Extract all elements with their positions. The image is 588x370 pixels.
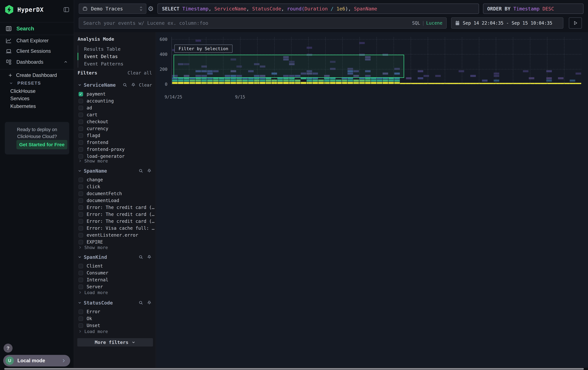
gear-icon[interactable]: ⚙ [146, 4, 155, 14]
filter-option[interactable]: Error: The credit card (… [78, 204, 154, 211]
checkbox[interactable] [79, 226, 83, 230]
checkbox[interactable] [79, 113, 83, 117]
checkbox[interactable] [79, 323, 83, 328]
filter-option[interactable]: click [78, 183, 154, 190]
filter-option[interactable]: Internal [78, 276, 154, 283]
checkbox[interactable] [79, 147, 83, 152]
checkbox[interactable] [79, 264, 83, 268]
create-dashboard-button[interactable]: Create Dashboard [0, 71, 74, 79]
checkbox[interactable] [79, 310, 83, 314]
filter-option[interactable]: frontend-proxy [78, 146, 154, 153]
more-filters-button[interactable]: More filters [77, 338, 153, 347]
analysis-mode-option[interactable]: Event Patterns [78, 60, 152, 68]
filter-option[interactable]: accounting [78, 98, 154, 104]
filter-option[interactable]: Error: Visa cache full: … [78, 225, 154, 232]
load-more-spankind[interactable]: Load more [78, 290, 108, 295]
chevron-down-icon[interactable] [78, 169, 82, 173]
filter-option[interactable]: payment [78, 90, 154, 98]
checkbox[interactable] [79, 198, 83, 203]
filter-option[interactable]: cart [78, 111, 154, 118]
checkbox[interactable] [79, 316, 83, 321]
chart-selection-rect[interactable] [174, 55, 404, 78]
checkbox[interactable] [79, 99, 83, 103]
pin-icon[interactable] [147, 168, 152, 174]
pin-icon[interactable] [147, 300, 152, 306]
sidebar-item-services[interactable]: Services [0, 95, 74, 102]
chevron-down-icon[interactable] [78, 255, 82, 259]
checkbox[interactable] [79, 205, 83, 210]
filter-option[interactable]: eventListener.error [78, 232, 154, 239]
show-more-servicename[interactable]: Show more [78, 158, 108, 164]
help-button[interactable]: ? [4, 344, 12, 353]
source-select[interactable]: Demo Traces [79, 4, 146, 14]
section-title[interactable]: ServiceName [84, 82, 116, 88]
filter-option[interactable]: Ok [78, 315, 154, 322]
section-clear-button[interactable]: Clear [139, 82, 152, 88]
filter-option[interactable]: Error: The credit card (… [78, 211, 154, 218]
chevron-down-icon[interactable] [78, 83, 82, 87]
filter-option[interactable]: change [78, 176, 154, 183]
sql-select-input[interactable]: SELECT Timestamp, ServiceName, StatusCod… [158, 4, 479, 14]
search-events-input[interactable]: Search your events w/ Lucene ex. column:… [79, 17, 447, 29]
checkbox[interactable] [79, 278, 83, 282]
filter-option[interactable]: frontend [78, 139, 154, 146]
run-query-button[interactable] [569, 17, 582, 29]
clear-all-button[interactable]: Clear all [127, 70, 152, 76]
sidebar-item-dashboards[interactable]: Dashboards [0, 57, 74, 67]
checkbox[interactable] [79, 185, 83, 189]
presets-toggle[interactable]: PRESETS [0, 79, 74, 87]
sidebar-item-search[interactable]: Search [0, 22, 74, 35]
section-title[interactable]: StatusCode [84, 300, 113, 306]
filter-by-selection-button[interactable]: Filter by Selection [174, 45, 232, 53]
section-title[interactable]: SpanName [84, 168, 107, 174]
checkbox[interactable] [79, 219, 83, 224]
lucene-mode-toggle[interactable]: Lucene [426, 20, 442, 26]
checkbox[interactable] [79, 271, 83, 275]
filter-option[interactable]: Error [78, 308, 154, 315]
sidebar-item-chart-explorer[interactable]: Chart Explorer [0, 36, 74, 46]
filter-option[interactable]: documentLoad [78, 197, 154, 204]
filter-option[interactable]: Error: The credit card (… [78, 218, 154, 225]
pin-icon[interactable] [131, 82, 136, 88]
filter-option[interactable]: flagd [78, 132, 154, 139]
checkbox[interactable] [79, 140, 83, 145]
load-more-statuscode[interactable]: Load more [78, 329, 108, 334]
section-title[interactable]: SpanKind [84, 254, 107, 260]
chevron-down-icon[interactable] [78, 301, 82, 305]
checkbox[interactable] [79, 92, 83, 96]
checkbox[interactable] [79, 191, 83, 196]
filter-option[interactable]: currency [78, 125, 154, 132]
checkbox[interactable] [79, 120, 83, 124]
pin-icon[interactable] [147, 254, 152, 260]
sidebar-item-clickhouse[interactable]: ClickHouse [0, 87, 74, 95]
filter-option[interactable]: documentFetch [78, 190, 154, 197]
checkbox[interactable] [79, 233, 83, 238]
checkbox[interactable] [79, 285, 83, 289]
checkbox[interactable] [79, 133, 83, 138]
filter-option[interactable]: Client [78, 262, 154, 270]
filter-option[interactable]: Server [78, 283, 154, 290]
checkbox[interactable] [79, 126, 83, 131]
date-range-picker[interactable]: Sep 14 22:04:35 - Sep 15 10:04:35 [451, 17, 563, 29]
order-by-input[interactable]: ORDER BY Timestamp DESC [483, 4, 584, 14]
analysis-mode-option[interactable]: Event Deltas [78, 53, 152, 60]
sidebar-collapse-icon[interactable] [63, 6, 70, 13]
filter-option[interactable]: ad [78, 104, 154, 111]
filter-option[interactable]: Unset [78, 322, 154, 329]
checkbox[interactable] [79, 178, 83, 182]
sidebar-item-kubernetes[interactable]: Kubernetes [0, 102, 74, 110]
search-icon[interactable] [138, 168, 144, 174]
filter-option[interactable]: Consumer [78, 270, 154, 276]
checkbox[interactable] [79, 240, 83, 244]
search-icon[interactable] [138, 254, 144, 260]
sql-mode-toggle[interactable]: SQL [412, 20, 420, 26]
filter-option[interactable]: checkout [78, 118, 154, 125]
analysis-mode-option[interactable]: Results Table [78, 45, 152, 53]
local-mode-menu[interactable]: U Local mode [3, 355, 70, 366]
checkbox[interactable] [79, 212, 83, 217]
sidebar-item-client-sessions[interactable]: Client Sessions [0, 46, 74, 56]
get-started-button[interactable]: Get Started for Free [16, 140, 67, 149]
search-icon[interactable] [122, 82, 128, 88]
search-icon[interactable] [138, 300, 144, 306]
checkbox[interactable] [79, 106, 83, 110]
